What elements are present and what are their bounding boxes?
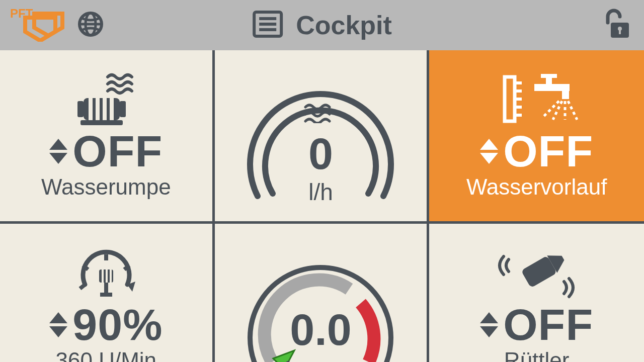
- svg-rect-42: [104, 283, 108, 294]
- ampere-label: Ampere: [280, 355, 361, 362]
- flow-value: 0: [308, 128, 333, 179]
- globe-icon[interactable]: [75, 9, 106, 41]
- water-waves-icon: [303, 103, 338, 125]
- tile-speed[interactable]: 90% 360 U/Min: [0, 224, 215, 362]
- pump-state: OFF: [72, 129, 163, 173]
- svg-rect-41: [110, 269, 112, 283]
- svg-line-33: [80, 285, 85, 289]
- svg-rect-14: [89, 98, 93, 120]
- svg-line-31: [568, 101, 577, 120]
- prefeed-state: OFF: [503, 129, 593, 173]
- up-down-icon: [49, 312, 67, 337]
- svg-rect-26: [562, 87, 569, 99]
- up-down-icon: [480, 312, 498, 337]
- tile-water-pump[interactable]: OFF Wasserumpe: [0, 50, 215, 224]
- menu-icon[interactable]: [252, 10, 283, 40]
- svg-rect-19: [505, 77, 515, 121]
- up-down-icon: [49, 139, 67, 164]
- svg-rect-15: [96, 98, 100, 120]
- tap-gauge-icon: [487, 72, 587, 127]
- header-bar: PFT Cockpit: [0, 0, 644, 50]
- svg-line-30: [553, 101, 562, 120]
- vibrator-icon: [497, 245, 577, 301]
- svg-rect-17: [110, 98, 114, 120]
- svg-rect-13: [120, 101, 126, 117]
- svg-rect-10: [619, 30, 621, 34]
- svg-rect-28: [541, 74, 557, 78]
- tile-ampere-gauge[interactable]: 0.0 Ampere: [215, 224, 430, 362]
- unlock-icon[interactable]: [604, 8, 634, 43]
- speed-value: 90%: [72, 303, 163, 347]
- svg-rect-12: [77, 101, 84, 117]
- dashboard-grid: OFF Wasserumpe 0 l/h: [0, 50, 644, 362]
- page-title: Cockpit: [296, 10, 392, 40]
- rpm-icon: [71, 245, 141, 301]
- svg-rect-40: [106, 269, 108, 283]
- tile-vibrator[interactable]: OFF Rüttler: [429, 224, 644, 362]
- pump-icon: [68, 72, 144, 127]
- tile-flow-gauge[interactable]: 0 l/h: [215, 50, 430, 224]
- svg-rect-43: [100, 293, 112, 297]
- vibrator-state: OFF: [503, 303, 593, 347]
- speed-label: 360 U/Min: [56, 348, 157, 362]
- pump-label: Wasserumpe: [41, 174, 171, 200]
- tile-water-prefeed[interactable]: OFF Wasservorlauf: [429, 50, 644, 224]
- svg-rect-16: [103, 98, 107, 120]
- svg-rect-18: [80, 120, 123, 125]
- up-down-icon: [480, 139, 498, 164]
- svg-rect-39: [102, 269, 104, 283]
- pft-logo-icon: PFT: [10, 7, 65, 44]
- flow-unit: l/h: [308, 178, 333, 206]
- vibrator-label: Rüttler: [504, 348, 570, 362]
- ampere-value: 0.0: [290, 304, 351, 355]
- prefeed-label: Wasservorlauf: [466, 174, 607, 200]
